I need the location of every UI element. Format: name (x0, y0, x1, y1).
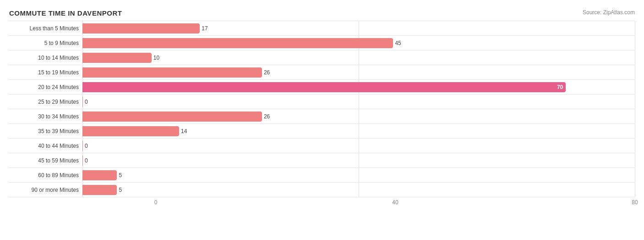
bar-label: 40 to 44 Minutes (9, 143, 82, 149)
bar-row: 90 or more Minutes5 (9, 183, 635, 197)
bar-label: 60 to 89 Minutes (9, 172, 82, 179)
bar-track: 0 (82, 153, 635, 167)
bar-track: 5 (82, 183, 635, 197)
chart-container: COMMUTE TIME IN DAVENPORT Source: ZipAtl… (0, 0, 644, 240)
bar-value: 5 (119, 187, 122, 193)
bar-row: Less than 5 Minutes17 (9, 21, 635, 36)
bar-label: 15 to 19 Minutes (9, 69, 82, 76)
bar-label: 90 or more Minutes (9, 187, 82, 193)
bar-value: 70 (557, 84, 563, 90)
bar-track: 0 (82, 139, 635, 153)
chart-source: Source: ZipAtlas.com (583, 9, 635, 16)
bar-fill: 70 (82, 82, 566, 92)
bar-value: 17 (202, 25, 207, 32)
bar-fill: 17 (82, 23, 200, 33)
bar-row: 10 to 14 Minutes10 (9, 50, 635, 65)
bars-section: Less than 5 Minutes175 to 9 Minutes4510 … (9, 21, 635, 197)
bar-fill: 14 (82, 126, 179, 136)
x-axis: 04080 (156, 199, 635, 210)
bar-label: 5 to 9 Minutes (9, 40, 82, 46)
bar-row: 60 to 89 Minutes5 (9, 168, 635, 183)
bar-label: 25 to 29 Minutes (9, 99, 82, 105)
bar-row: 15 to 19 Minutes26 (9, 65, 635, 80)
bar-fill: 5 (82, 185, 117, 195)
bar-fill: 0 (82, 97, 83, 107)
bar-fill: 5 (82, 170, 117, 180)
bar-value: 0 (85, 157, 88, 164)
bar-track: 70 (82, 80, 635, 94)
bar-track: 14 (82, 124, 635, 138)
bar-value: 45 (395, 40, 401, 46)
bar-label: 35 to 39 Minutes (9, 128, 82, 134)
bar-label: 10 to 14 Minutes (9, 55, 82, 61)
bar-track: 17 (82, 21, 635, 35)
bar-track: 5 (82, 168, 635, 182)
bar-row: 30 to 34 Minutes26 (9, 109, 635, 124)
bar-value: 5 (119, 172, 122, 179)
bar-value: 26 (264, 113, 270, 120)
bar-fill: 26 (82, 67, 262, 78)
bar-track: 26 (82, 65, 635, 79)
bar-row: 25 to 29 Minutes0 (9, 95, 635, 109)
bar-label: 20 to 24 Minutes (9, 84, 82, 90)
bar-row: 20 to 24 Minutes70 (9, 80, 635, 95)
bar-track: 0 (82, 95, 635, 109)
bar-label: 45 to 59 Minutes (9, 157, 82, 164)
bar-fill: 10 (82, 53, 152, 63)
bar-value: 0 (85, 99, 88, 105)
bar-label: 30 to 34 Minutes (9, 113, 82, 120)
bar-value: 26 (264, 69, 270, 76)
bar-fill: 0 (82, 156, 83, 166)
bar-track: 26 (82, 109, 635, 123)
bar-track: 10 (82, 50, 635, 65)
bar-row: 40 to 44 Minutes0 (9, 139, 635, 153)
bar-fill: 45 (82, 38, 393, 48)
bar-track: 45 (82, 36, 635, 50)
x-axis-label: 40 (392, 199, 398, 206)
bar-value: 14 (181, 128, 187, 134)
bar-value: 0 (85, 143, 88, 149)
bar-value: 10 (153, 55, 159, 61)
x-axis-label: 0 (154, 199, 158, 206)
bar-row: 5 to 9 Minutes45 (9, 36, 635, 50)
bar-fill: 26 (82, 112, 262, 122)
bar-fill: 0 (82, 141, 83, 151)
bar-row: 35 to 39 Minutes14 (9, 124, 635, 139)
bar-row: 45 to 59 Minutes0 (9, 153, 635, 168)
bar-label: Less than 5 Minutes (9, 25, 82, 32)
x-axis-label: 80 (632, 199, 638, 206)
chart-title: COMMUTE TIME IN DAVENPORT (9, 9, 635, 17)
